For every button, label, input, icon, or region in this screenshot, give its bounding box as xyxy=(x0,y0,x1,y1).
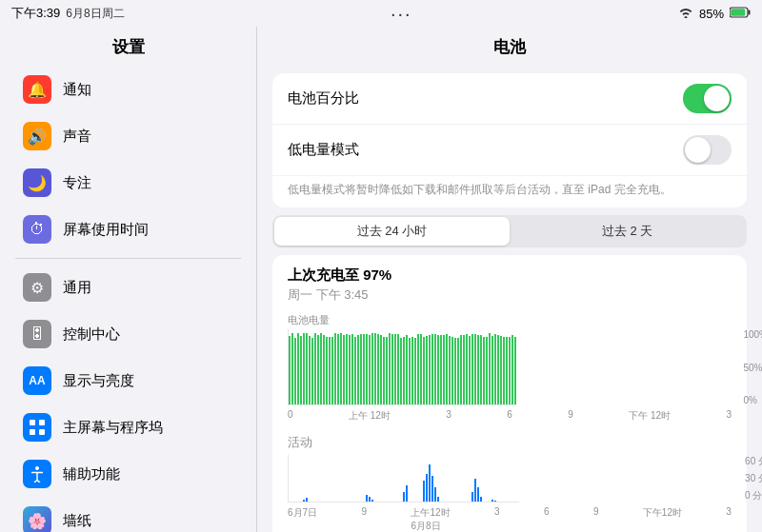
svg-rect-5 xyxy=(30,429,35,435)
activity-bar xyxy=(474,479,476,502)
activity-bar xyxy=(403,492,405,502)
sidebar-item-notification[interactable]: 🔔 通知 xyxy=(8,67,249,112)
battery-bar xyxy=(357,335,359,404)
battery-bar xyxy=(483,337,485,404)
battery-percent-label: 电池百分比 xyxy=(288,89,683,108)
low-power-label: 低电量模式 xyxy=(288,141,683,159)
sidebar-label-general: 通用 xyxy=(63,279,91,297)
battery-bar xyxy=(374,333,376,404)
battery-bar xyxy=(394,334,396,404)
activity-bar xyxy=(371,500,373,502)
battery-bar xyxy=(409,338,411,404)
battery-bar xyxy=(463,335,465,404)
status-date: 6月8日周二 xyxy=(66,6,124,22)
sidebar-item-control[interactable]: 🎛 控制中心 xyxy=(8,311,249,357)
toggle-knob-lowpower xyxy=(685,137,711,163)
activity-bar xyxy=(423,481,425,502)
status-bar: 下午3:39 6月8日周二 ··· 85% xyxy=(0,0,762,27)
battery-bar xyxy=(337,334,339,404)
sidebar-title: 设置 xyxy=(0,27,256,66)
battery-bar xyxy=(449,336,451,404)
battery-bar xyxy=(340,333,342,404)
segment-btn-24h[interactable]: 过去 24 小时 xyxy=(274,217,510,246)
battery-bar xyxy=(297,333,299,404)
battery-bar xyxy=(477,335,479,404)
chart-info-title: 上次充电至 97% xyxy=(288,266,732,285)
battery-bar xyxy=(397,334,399,404)
sidebar-item-focus[interactable]: 🌙 专注 xyxy=(8,160,249,206)
sidebar-item-general[interactable]: ⚙ 通用 xyxy=(8,265,249,310)
accessibility-icon xyxy=(23,460,51,488)
battery-percent-toggle[interactable] xyxy=(683,84,732,113)
battery-bar xyxy=(474,334,476,405)
battery-bar xyxy=(311,338,313,404)
battery-bar xyxy=(300,336,302,404)
battery-bar xyxy=(343,335,345,404)
battery-bar xyxy=(306,333,308,404)
battery-bar xyxy=(503,337,505,404)
battery-percent-row: 电池百分比 xyxy=(272,73,747,125)
activity-bar xyxy=(477,487,479,502)
activity-bar xyxy=(306,498,308,502)
activity-bar xyxy=(406,485,408,502)
detail-title: 电池 xyxy=(257,27,762,66)
battery-bar xyxy=(369,335,371,404)
activity-bar xyxy=(369,497,371,502)
activity-x-labels: 6月7日 9 上午12时6月8日 3 6 9 下午12时 3 xyxy=(288,506,732,532)
activity-chart-label: 活动 xyxy=(288,434,732,451)
sidebar-label-accessibility: 辅助功能 xyxy=(63,465,120,483)
y-act-0: 0 分钟 xyxy=(745,489,762,502)
battery-bar xyxy=(291,333,293,404)
sidebar-label-wallpaper: 墙纸 xyxy=(63,512,91,530)
y-label-50: 50% xyxy=(743,363,762,373)
svg-rect-1 xyxy=(749,10,751,14)
battery-bar xyxy=(323,335,325,404)
detail-panel: 电池 电池百分比 低电量模式 低电量模式将暂时降低如下载和邮件抓取等后台活动，直… xyxy=(257,27,762,532)
battery-bar xyxy=(480,335,482,404)
y-act-60: 60 分钟 xyxy=(745,455,762,468)
battery-icon xyxy=(730,7,751,21)
activity-bar xyxy=(434,487,436,502)
activity-bars xyxy=(288,455,519,502)
activity-chart-container: 活动 60 分钟 30 分钟 0 分钟 6月7日 9 上午12时6月8日 3 6… xyxy=(288,434,732,532)
battery-bar xyxy=(514,337,516,404)
battery-bar xyxy=(391,334,393,404)
battery-bar xyxy=(377,334,379,404)
sidebar-label-control: 控制中心 xyxy=(63,325,120,344)
low-power-toggle[interactable] xyxy=(683,135,732,165)
sound-icon: 🔊 xyxy=(23,122,51,150)
sidebar-item-screentime[interactable]: ⏱ 屏幕使用时间 xyxy=(8,207,249,252)
battery-bar xyxy=(506,337,508,404)
screentime-icon: ⏱ xyxy=(23,215,51,244)
battery-bar xyxy=(420,334,422,404)
activity-bar xyxy=(366,495,368,502)
sidebar-item-display[interactable]: AA 显示与亮度 xyxy=(8,358,249,404)
battery-bar xyxy=(303,333,305,404)
battery-bar xyxy=(371,333,373,404)
battery-bar xyxy=(403,337,405,404)
status-dots: ··· xyxy=(391,4,412,23)
sidebar-divider-1 xyxy=(15,258,241,259)
svg-point-7 xyxy=(35,466,39,470)
battery-bar xyxy=(329,337,331,404)
sidebar-item-accessibility[interactable]: 辅助功能 xyxy=(8,451,249,497)
battery-bar xyxy=(386,337,388,404)
battery-bar xyxy=(417,334,419,404)
battery-bar xyxy=(471,334,473,404)
battery-bar xyxy=(354,337,356,404)
sidebar-item-sound[interactable]: 🔊 声音 xyxy=(8,113,249,159)
battery-bar xyxy=(460,335,462,404)
control-icon: 🎛 xyxy=(23,320,51,348)
battery-bar xyxy=(434,334,436,404)
sidebar-item-wallpaper[interactable]: 🌸 墙纸 xyxy=(8,498,249,532)
svg-rect-4 xyxy=(39,420,45,425)
sidebar-label-focus: 专注 xyxy=(63,174,91,192)
sidebar: 设置 🔔 通知 🔊 声音 🌙 专注 ⏱ 屏幕使用时间 ⚙ 通用 🎛 xyxy=(0,27,257,532)
segment-btn-2d[interactable]: 过去 2 天 xyxy=(510,217,745,246)
battery-bar xyxy=(423,337,425,404)
battery-bar xyxy=(294,338,296,404)
battery-bar xyxy=(289,336,291,404)
sidebar-item-homescreen[interactable]: 主屏幕与程序坞 xyxy=(8,404,249,450)
battery-bar xyxy=(326,337,328,404)
sidebar-label-screentime: 屏幕使用时间 xyxy=(63,221,149,239)
